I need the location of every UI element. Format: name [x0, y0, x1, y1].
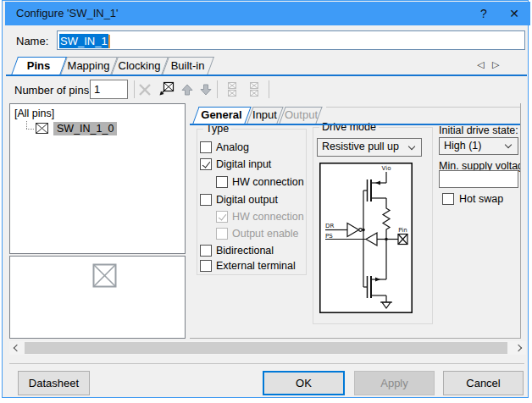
tab-input[interactable]: Input: [247, 107, 277, 124]
tab-built-in[interactable]: Built-in: [162, 57, 208, 75]
checkbox-digital-input-label: Digital input: [216, 158, 271, 171]
cancel-button[interactable]: Cancel: [443, 371, 524, 395]
tab-strip-underline: [6, 75, 527, 76]
tab-clocking[interactable]: Clocking: [111, 57, 162, 75]
hot-swap-checkbox[interactable]: [442, 193, 454, 205]
inner-tab-underline: [190, 124, 520, 125]
pair-pins-icon: [224, 81, 240, 97]
hot-swap-label: Hot swap: [459, 193, 503, 206]
tab-scroll-right-icon[interactable]: ▷: [492, 59, 499, 70]
configure-dialog: Configure 'SW_IN_1' ? ✕ Name: SW_IN_1 Pi…: [0, 0, 532, 403]
diagram-vio-label: Vio: [382, 165, 391, 172]
scrollbar-thumb[interactable]: [25, 342, 507, 354]
add-pin-button[interactable]: [158, 81, 175, 97]
tree-branch-line: [26, 129, 34, 130]
pin-preview-icon: [92, 263, 117, 288]
diagram-dr-label: DR: [325, 223, 334, 229]
toolbar-separator: [217, 80, 218, 98]
name-label: Name:: [16, 35, 48, 48]
initial-drive-state-select[interactable]: High (1): [439, 137, 518, 155]
scroll-right-arrow-icon[interactable]: [515, 345, 522, 351]
tab-scroll-left-icon[interactable]: ◁: [477, 59, 484, 70]
number-of-pins-input[interactable]: [90, 80, 128, 99]
checkbox-external-terminal[interactable]: [200, 260, 212, 272]
tree-item-selected[interactable]: SW_IN_1_0: [53, 122, 117, 135]
move-up-icon: [180, 83, 194, 97]
pin-preview-panel: [9, 256, 186, 339]
checkbox-analog-label: Analog: [216, 141, 249, 154]
tab-output: Output: [279, 107, 316, 124]
checkbox-analog[interactable]: [200, 141, 212, 153]
tree-branch-line: [26, 121, 27, 129]
checkbox-output-hw-connection: [216, 211, 228, 223]
ok-button[interactable]: OK: [263, 371, 345, 395]
content-right-edge: [520, 103, 521, 339]
tree-root-label[interactable]: [All pins]: [14, 108, 54, 119]
checkbox-output-enable: [216, 228, 228, 240]
checkbox-input-hw-connection-label: HW connection: [232, 176, 304, 189]
checkbox-digital-output[interactable]: [200, 194, 212, 206]
drive-mode-diagram: Vio DR PS Pin: [319, 163, 413, 313]
window-title: Configure 'SW_IN_1': [16, 2, 119, 25]
tab-mapping[interactable]: Mapping: [60, 57, 111, 75]
title-bar[interactable]: Configure 'SW_IN_1' ? ✕: [5, 2, 530, 25]
text-caret: [108, 35, 110, 48]
tab-general[interactable]: General: [192, 107, 245, 124]
dialog-frame: Configure 'SW_IN_1' ? ✕ Name: SW_IN_1 Pi…: [2, 0, 529, 398]
number-of-pins-label: Number of pins:: [14, 84, 92, 97]
toolbar-separator: [269, 80, 269, 98]
unpair-pins-icon: [247, 81, 262, 97]
checkbox-digital-output-label: Digital output: [216, 194, 278, 207]
tab-pins[interactable]: Pins: [11, 57, 60, 75]
datasheet-button[interactable]: Datasheet: [18, 371, 90, 395]
initial-drive-state-label: Initial drive state:: [439, 124, 518, 136]
checkbox-input-hw-connection[interactable]: [216, 176, 228, 188]
close-button[interactable]: ✕: [505, 2, 524, 25]
toolbar-separator: [134, 80, 135, 98]
diagram-ps-label: PS: [325, 233, 333, 240]
scroll-left-arrow-icon[interactable]: [14, 345, 20, 351]
delete-pin-icon: [138, 84, 152, 96]
checkbox-external-terminal-label: External terminal: [216, 260, 296, 273]
checkbox-digital-input[interactable]: [200, 158, 212, 170]
min-supply-voltage-input[interactable]: [439, 170, 518, 188]
apply-button: Apply: [354, 371, 435, 395]
checkbox-output-enable-label: Output enable: [232, 228, 299, 240]
checkbox-bidirectional[interactable]: [200, 245, 212, 257]
name-input[interactable]: SW_IN_1: [57, 30, 525, 50]
horizontal-scrollbar[interactable]: [9, 341, 526, 355]
drive-state-panel: Initial drive state: High (1) Min. suppl…: [438, 97, 521, 340]
checkbox-output-hw-connection-label: HW connection: [232, 211, 304, 224]
footer-separator: [9, 363, 524, 364]
diagram-pin-label: Pin: [398, 227, 407, 234]
pin-tree-panel[interactable]: [All pins] SW_IN_1_0: [9, 103, 186, 254]
pin-icon: [36, 123, 48, 134]
move-down-icon: [199, 83, 213, 97]
content-bottom-edge: [190, 338, 521, 339]
help-button[interactable]: ?: [474, 2, 493, 25]
checkbox-bidirectional-label: Bidirectional: [216, 245, 274, 257]
name-selected-text: SW_IN_1: [59, 34, 108, 48]
drive-mode-select[interactable]: Resistive pull up: [317, 138, 422, 157]
